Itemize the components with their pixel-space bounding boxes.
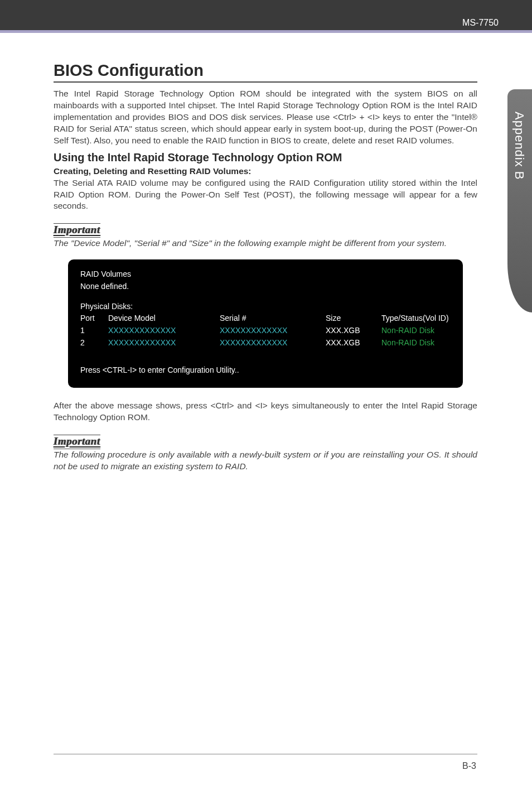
footer-divider bbox=[54, 754, 477, 754]
bios-port-2: 2 bbox=[80, 337, 108, 349]
bios-model-1: XXXXXXXXXXXXX bbox=[108, 325, 220, 337]
bios-physical-disks-label: Physical Disks: bbox=[80, 301, 451, 313]
page-title: BIOS Configuration bbox=[54, 61, 477, 83]
important-label-2: Important bbox=[54, 435, 100, 447]
bios-raid-volumes-label: RAID Volumes bbox=[80, 268, 451, 281]
section-subtitle: Using the Intel Rapid Storage Technology… bbox=[54, 151, 477, 164]
bios-size-1: XXX.XGB bbox=[326, 325, 381, 337]
section-subhead: Creating, Deleting and Resetting RAID Vo… bbox=[54, 166, 477, 176]
important-callout-1: Important bbox=[54, 216, 477, 238]
bios-table-header: Port Device Model Serial # Size Type/Sta… bbox=[80, 312, 451, 325]
bios-footer-instruction: Press <CTRL-I> to enter Configuration Ut… bbox=[80, 364, 451, 377]
page-content: BIOS Configuration The Intel Rapid Stora… bbox=[54, 61, 477, 480]
important-label-1: Important bbox=[54, 223, 100, 236]
bios-col-model: Device Model bbox=[108, 312, 220, 325]
page-number: B-3 bbox=[462, 761, 476, 771]
paragraph-2: The Serial ATA RAID volume may be config… bbox=[54, 177, 477, 213]
bios-status-1: Non-RAID Disk bbox=[381, 325, 451, 337]
side-tab-label: Appendix B bbox=[512, 112, 526, 180]
bios-model-2: XXXXXXXXXXXXX bbox=[108, 337, 220, 349]
bios-raid-volumes-status: None defined. bbox=[80, 281, 451, 293]
important-callout-2: Important bbox=[54, 428, 477, 449]
bios-serial-1: XXXXXXXXXXXXX bbox=[220, 325, 326, 337]
important-note-1: The "Device Model", "Serial #" and "Size… bbox=[54, 238, 477, 249]
intro-paragraph: The Intel Rapid Storage Technology Optio… bbox=[54, 88, 477, 147]
header-model-label: MS-7750 bbox=[462, 18, 499, 28]
bios-serial-2: XXXXXXXXXXXXX bbox=[220, 337, 326, 349]
important-note-2: The following procedure is only availabl… bbox=[54, 449, 477, 473]
bios-col-port: Port bbox=[80, 312, 108, 325]
paragraph-3: After the above message shows, press <Ct… bbox=[54, 400, 477, 423]
bios-screen-example: RAID Volumes None defined. Physical Disk… bbox=[68, 259, 463, 388]
bios-col-status: Type/Status(Vol ID) bbox=[381, 312, 451, 325]
table-row: 1 XXXXXXXXXXXXX XXXXXXXXXXXXX XXX.XGB No… bbox=[80, 325, 451, 337]
table-row: 2 XXXXXXXXXXXXX XXXXXXXXXXXXX XXX.XGB No… bbox=[80, 337, 451, 349]
bios-size-2: XXX.XGB bbox=[326, 337, 381, 349]
bios-status-2: Non-RAID Disk bbox=[381, 337, 451, 349]
bios-port-1: 1 bbox=[80, 325, 108, 337]
bios-col-serial: Serial # bbox=[220, 312, 326, 325]
header-background bbox=[0, 0, 532, 32]
header-accent-bar bbox=[0, 30, 532, 33]
bios-col-size: Size bbox=[326, 312, 381, 325]
